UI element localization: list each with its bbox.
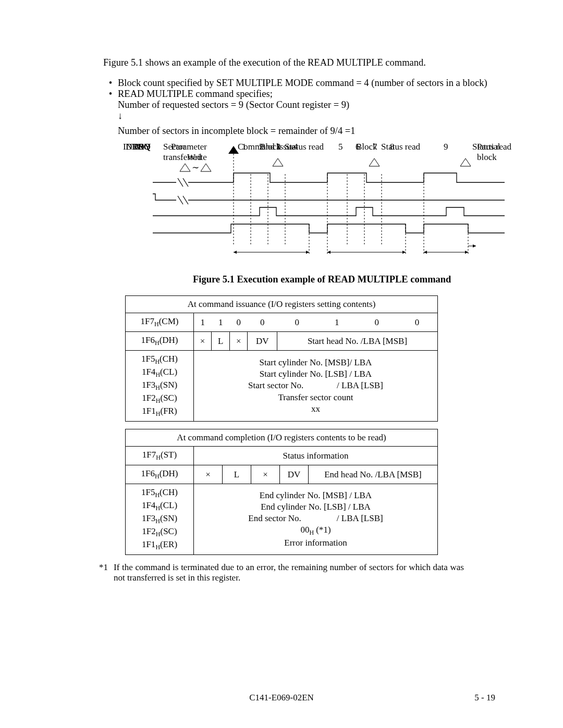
bullet-list: • Block count specified by SET MULTIPLE … xyxy=(103,78,495,121)
table-completion: At command completion (I/O registers con… xyxy=(125,429,438,555)
t2-r2-reg: 1F6H(DH) xyxy=(126,465,194,484)
footer-docid: C141-E069-02EN xyxy=(249,693,314,702)
timing-svg: ∼ xyxy=(103,142,531,264)
footer: C141-E069-02EN 5 - 19 xyxy=(0,693,563,703)
down-arrow: ↓ xyxy=(118,110,495,121)
t2-r1-reg: 1F7H(ST) xyxy=(126,447,194,465)
page: Figure 5.1 shows an example of the execu… xyxy=(0,0,563,728)
t2-multi-vals: End cylinder No. [MSB] / LBA End cylinde… xyxy=(194,484,438,555)
svg-line-2 xyxy=(178,178,183,187)
footnote-mark: *1 xyxy=(99,562,114,583)
intro-text: Figure 5.1 shows an example of the execu… xyxy=(103,57,495,68)
table-issuance: At command issuance (I/O registers setti… xyxy=(125,295,438,422)
t2-multi-regs: 1F5H(CH) 1F4H(CL) 1F3H(SN) 1F2H(SC) 1F1H… xyxy=(126,484,194,555)
bullet-dot: • xyxy=(103,78,118,89)
t2-title: At command completion (I/O registers con… xyxy=(126,429,438,446)
bullet-dot: • xyxy=(103,89,118,100)
svg-line-5 xyxy=(183,196,188,204)
t1-title: At command issuance (I/O registers setti… xyxy=(126,296,438,313)
bullet-2-line2: Number of requested sectors = 9 (Sector … xyxy=(118,100,495,110)
t1-multi-vals: Start cylinder No. [MSB]/ LBA Start cyli… xyxy=(194,351,438,422)
footnote: *1 If the command is terminated due to a… xyxy=(99,562,464,583)
t1-multi-regs: 1F5H(CH) 1F4H(CL) 1F3H(SN) 1F2H(SC) 1F1H… xyxy=(126,351,194,422)
after-arrow-text: Number of sectors in incomplete block = … xyxy=(118,126,495,137)
bullet-1: Block count specified by SET MULTIPLE MO… xyxy=(118,78,495,89)
svg-line-3 xyxy=(183,178,188,187)
t1-r2-reg: 1F6H(DH) xyxy=(126,332,194,351)
timing-diagram: Parameter Write Command Issue Status rea… xyxy=(103,142,531,262)
svg-text:∼: ∼ xyxy=(192,163,199,172)
footer-page: 5 - 19 xyxy=(474,693,495,703)
svg-line-4 xyxy=(178,196,183,204)
footnote-text: If the command is terminated due to an e… xyxy=(114,562,464,583)
bullet-2: READ MULTIPLE command specifies; xyxy=(118,89,495,100)
figure-caption: Figure 5.1 Execution example of READ MUL… xyxy=(193,274,495,285)
t1-r1-reg: 1F7H(CM) xyxy=(126,313,194,332)
